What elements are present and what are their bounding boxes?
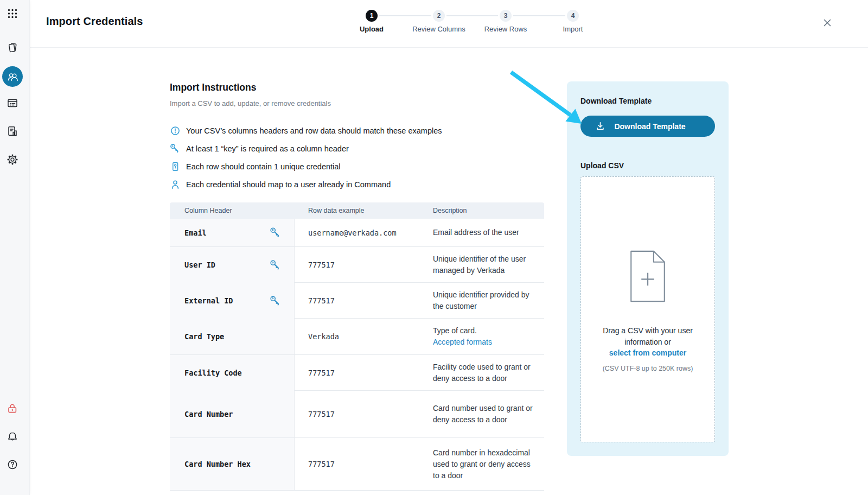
column-header-cell: Card Number	[170, 391, 295, 437]
user-icon	[170, 179, 180, 189]
download-template-button-label: Download Template	[605, 122, 715, 131]
accepted-formats-link[interactable]: Accepted formats	[433, 337, 533, 348]
column-header-cell: External ID	[170, 283, 295, 319]
column-header-name: External ID	[184, 296, 233, 305]
close-icon[interactable]	[821, 17, 833, 29]
column-header-name: User ID	[184, 261, 215, 269]
table-row: Card TypeVerkadaType of card.Accepted fo…	[170, 319, 544, 355]
instruction-bullet: Your CSV’s columns headers and row data …	[170, 122, 550, 139]
header: Import Credentials 1Upload2Review Column…	[30, 0, 868, 48]
description-text: Email address of the user	[433, 227, 533, 238]
table-row: Emailusername@verkada.comEmail address o…	[170, 219, 544, 247]
select-from-computer-link[interactable]: select from computer	[591, 347, 705, 359]
key-icon	[170, 143, 180, 154]
description-cell: Card number in hexadecimal used to grant…	[420, 438, 544, 490]
step-number: 3	[500, 10, 512, 22]
col-header-name: Column Header	[170, 207, 295, 214]
table-row: Card Number Hex777517Card number in hexa…	[170, 438, 544, 491]
dropzone-note: (CSV UTF-8 up to 250K rows)	[581, 365, 714, 372]
page-title: Import Credentials	[46, 15, 143, 28]
description-cell: Card number used to grant or deny access…	[420, 391, 544, 437]
key-required-icon	[270, 227, 281, 238]
description-cell: Type of card.Accepted formats	[420, 319, 544, 354]
sidebar	[0, 0, 30, 495]
col-header-description: Description	[420, 207, 544, 214]
help-icon[interactable]	[0, 454, 25, 475]
bullet-text: Each row should contain 1 unique credent…	[186, 162, 341, 171]
badges-icon[interactable]	[0, 37, 25, 59]
download-template-button[interactable]: Download Template	[580, 116, 715, 137]
key-required-icon	[270, 295, 281, 307]
template-upload-panel: Download Template Download Template Uplo…	[567, 81, 729, 456]
column-header-name: Card Type	[184, 332, 224, 341]
step-number: 1	[366, 10, 378, 22]
row-data-example-cell: Verkada	[295, 319, 420, 354]
bullet-text: Each credential should map to a user alr…	[186, 180, 391, 189]
col-header-example: Row data example	[295, 207, 420, 214]
column-header-name: Email	[184, 229, 207, 237]
description-text: Card number used to grant or deny access…	[433, 403, 533, 426]
step-import[interactable]: 4Import	[535, 8, 611, 33]
column-header-cell: Facility Code	[170, 355, 295, 391]
step-label: Import	[535, 25, 611, 33]
instruction-bullet: Each credential should map to a user alr…	[170, 175, 550, 193]
app-grid-icon[interactable]	[0, 3, 25, 24]
step-label: Review Columns	[401, 25, 477, 33]
column-header-cell: Card Number Hex	[170, 438, 295, 490]
settings-icon[interactable]	[0, 149, 25, 170]
download-template-heading: Download Template	[580, 97, 715, 105]
calendar-icon[interactable]	[0, 92, 25, 114]
table-row: External ID777517Unique identifier provi…	[170, 283, 544, 319]
step-number: 4	[567, 10, 579, 22]
column-header-name: Card Number Hex	[184, 460, 251, 468]
active-nav-highlight	[2, 66, 23, 87]
step-review-rows[interactable]: 3Review Rows	[468, 8, 544, 33]
reports-icon[interactable]	[0, 120, 25, 142]
column-header-cell: Card Type	[170, 319, 295, 354]
column-header-name: Facility Code	[184, 369, 242, 377]
table-header-row: Column Header Row data example Descripti…	[170, 202, 544, 219]
table-row: Card Number777517Card number used to gra…	[170, 391, 544, 438]
row-data-example-cell: 777517	[295, 391, 420, 437]
credential-icon	[170, 161, 180, 172]
file-plus-icon	[627, 248, 668, 305]
description-text: Type of card.	[433, 325, 533, 337]
column-header-cell: User ID	[170, 247, 295, 283]
users-icon[interactable]	[0, 66, 25, 87]
notifications-icon[interactable]	[0, 426, 25, 448]
dropzone-drag-text: Drag a CSV with your user information or	[603, 326, 693, 346]
instructions-title: Import Instructions	[170, 82, 256, 93]
instruction-bullet: At least 1 “key” is required as a column…	[170, 139, 550, 157]
key-required-icon	[270, 259, 281, 271]
description-text: Unique identifier provided by the custom…	[433, 289, 533, 312]
dropzone-text: Drag a CSV with your user information or…	[581, 325, 714, 359]
step-upload[interactable]: 1Upload	[334, 8, 410, 33]
step-review-columns[interactable]: 2Review Columns	[401, 8, 477, 33]
row-data-example-cell: 777517	[295, 438, 420, 490]
row-data-example-cell: username@verkada.com	[295, 219, 420, 246]
lockdown-icon[interactable]	[0, 398, 25, 420]
description-cell: Unique identifier provided by the custom…	[420, 283, 544, 319]
table-row: Facility Code777517Facility code used to…	[170, 355, 544, 391]
step-label: Review Rows	[468, 25, 544, 33]
instruction-bullet: Each row should contain 1 unique credent…	[170, 157, 550, 175]
bullet-text: At least 1 “key” is required as a column…	[186, 144, 349, 153]
column-header-name: Card Number	[184, 410, 233, 418]
instructions-bullets: Your CSV’s columns headers and row data …	[170, 122, 550, 193]
alert-circle-icon	[170, 125, 180, 136]
upload-csv-heading: Upload CSV	[580, 161, 715, 170]
csv-dropzone[interactable]: Drag a CSV with your user information or…	[580, 176, 715, 442]
description-cell: Email address of the user	[420, 219, 544, 246]
description-text: Unique identifier of the user managed by…	[433, 253, 533, 276]
stepper: 1Upload2Review Columns3Review Rows4Impor…	[339, 8, 599, 39]
row-data-example-cell: 777517	[295, 247, 420, 283]
table-row: User ID777517Unique identifier of the us…	[170, 247, 544, 283]
description-text: Card number in hexadecimal used to grant…	[433, 447, 533, 481]
description-text: Facility code used to grant or deny acce…	[433, 361, 533, 384]
description-cell: Unique identifier of the user managed by…	[420, 247, 544, 283]
row-data-example-cell: 777517	[295, 355, 420, 391]
step-label: Upload	[334, 25, 410, 33]
credentials-table: Column Header Row data example Descripti…	[170, 202, 544, 491]
download-icon	[595, 121, 605, 131]
instructions-subtitle: Import a CSV to add, update, or remove c…	[170, 99, 331, 107]
